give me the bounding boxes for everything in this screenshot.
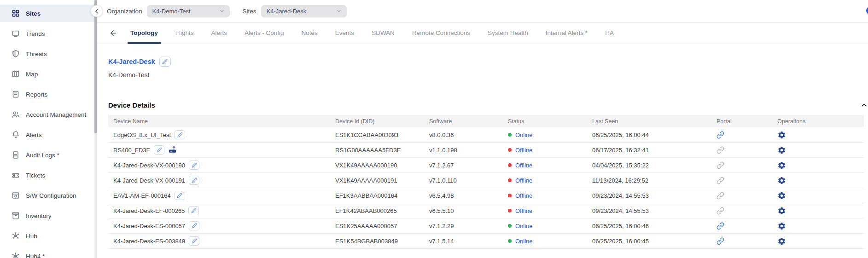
edit-device-name-button[interactable] [189,161,199,170]
status-label[interactable]: Offline [515,177,532,184]
sidebar-item-tickets[interactable]: Tickets [0,166,94,184]
device-name: EAV1-AM-EF-000164 [113,192,171,199]
device-software: v6.5.4.98 [429,192,508,199]
ticket-icon [12,171,20,179]
edit-device-name-button[interactable] [175,191,185,200]
device-name-cell: EAV1-AM-EF-000164 [113,191,335,200]
avatar[interactable] [866,7,868,14]
table-row: EAV1-AM-EF-000164 EF1K3AABBAA000164 v6.5… [108,188,864,203]
sidebar-item-map[interactable]: Map [0,65,94,83]
sidebar-item-audit-logs[interactable]: Audit Logs * [0,146,94,164]
status-label[interactable]: Offline [515,162,532,169]
operations-cell [777,131,864,139]
portal-link-icon[interactable] [717,237,724,245]
sidebar-item-sites[interactable]: Sites [0,5,94,22]
device-name-cell: K4-Jared-Desk-VX-000191 [113,176,335,185]
bell-icon [12,131,20,139]
tab-remote-connections[interactable]: Remote Connections [409,23,473,44]
report-icon [12,90,20,98]
operations-gear-icon[interactable] [777,237,786,246]
tab-alerts-config[interactable]: Alerts - Config [242,23,287,44]
status-dot [508,148,512,152]
organization-select[interactable]: K4-Demo-Test [147,5,230,17]
device-last-seen: 04/04/2025, 15:35:22 [592,162,717,169]
portal-link-icon[interactable] [717,146,724,154]
device-software: v6.5.5.10 [429,207,508,214]
sidebar-collapse-button[interactable] [91,5,103,17]
tab-topology[interactable]: Topology [128,23,161,44]
sites-select[interactable]: K4-Jared-Desk [261,5,347,17]
operations-gear-icon[interactable] [777,176,786,185]
sites-select-value: K4-Jared-Desk [267,8,307,15]
status-label[interactable]: Offline [515,147,532,154]
edit-site-name-button[interactable] [159,57,171,67]
status-label[interactable]: Offline [515,207,532,214]
page-title[interactable]: K4-Jared-Desk [108,58,155,65]
status-label[interactable]: Online [515,238,533,245]
sidebar-item-hub[interactable]: Hub [0,227,94,245]
sidebar-item-label: Trends [26,30,45,37]
operations-gear-icon[interactable] [777,191,786,200]
edit-device-name-button[interactable] [189,176,199,185]
device-name: K4-Jared-Desk-VX-000191 [113,177,185,184]
tab-flights[interactable]: Flights [173,23,197,44]
edit-device-name-button[interactable] [154,145,164,155]
sidebar-item-account-management[interactable]: Account Management [0,106,94,123]
main-area: Organization K4-Demo-Test Sites K4-Jared… [97,0,868,258]
device-name-cell: K4-Jared-Desk-EF-000265 [113,206,335,215]
tab-alerts[interactable]: Alerts [209,23,230,44]
sidebar-item-reports[interactable]: Reports [0,86,94,103]
sidebar-item-inventory[interactable]: Inventory [0,207,94,224]
tab-internal-alerts[interactable]: Internal Alerts * [543,23,591,44]
section-collapse-button[interactable] [860,101,868,109]
sidebar-item-s-w-configuration[interactable]: S/W Configuration [0,187,94,204]
column-header: Last Seen [592,118,717,125]
table-row: K4-Jared-Desk-EF-000265 EF1K42ABAAB00026… [108,203,864,218]
tab-ha[interactable]: HA [602,23,617,44]
operations-gear-icon[interactable] [777,131,786,139]
app-root: SitesTrendsThreatsMapReportsAccount Mana… [0,0,868,258]
operations-gear-icon[interactable] [777,146,786,155]
hub-icon [12,252,20,258]
edit-device-name-button[interactable] [189,236,199,246]
operations-gear-icon[interactable] [777,206,786,215]
sidebar-item-alerts[interactable]: Alerts [0,126,94,143]
edit-device-name-button[interactable] [189,221,199,230]
device-id: VX1K49AAAAA000191 [335,177,429,184]
sidebar-item-trends[interactable]: Trends [0,25,94,42]
status-label[interactable]: Offline [515,192,532,199]
status-label[interactable]: Online [515,132,533,138]
tab-sdwan[interactable]: SDWAN [369,23,397,44]
sidebar-item-hub4[interactable]: Hub4 * [0,247,94,258]
edit-device-name-button[interactable] [188,206,199,215]
back-button[interactable] [109,29,117,37]
window-gear-icon [12,191,20,200]
portal-link-icon[interactable] [717,131,724,139]
sidebar-item-label: Account Management [26,111,86,118]
sidebar: SitesTrendsThreatsMapReportsAccount Mana… [0,0,97,258]
sidebar-item-label: Tickets [26,172,45,179]
portal-link-icon[interactable] [717,192,724,200]
edit-device-name-button[interactable] [175,130,185,139]
tab-events[interactable]: Events [332,23,357,44]
portal-link-icon[interactable] [717,177,724,184]
sidebar-item-label: Reports [26,91,47,98]
sidebar-item-label: Hub [26,233,37,240]
sidebar-item-threats[interactable]: Threats [0,45,94,63]
device-id: RS1G00AAAAAA5FD3E [335,147,429,154]
device-last-seen: 09/23/2024, 14:55:53 [592,192,717,199]
tab-system-health[interactable]: System Health [485,23,531,44]
status-label[interactable]: Online [515,223,533,229]
tab-notes[interactable]: Notes [299,23,320,44]
portal-link-icon[interactable] [717,161,724,169]
device-status-cell: Online [508,132,592,138]
operations-cell [777,146,864,155]
operations-gear-icon[interactable] [777,161,786,170]
status-dot [508,224,512,228]
operations-gear-icon[interactable] [777,222,786,230]
portal-link-icon[interactable] [717,222,724,230]
page-content: K4-Jared-Desk K4-Demo-Test Device Detail… [97,57,868,249]
portal-link-icon[interactable] [717,207,724,215]
sidebar-nav: SitesTrendsThreatsMapReportsAccount Mana… [0,0,97,258]
device-name: K4-Jared-Desk-EF-000265 [113,207,185,214]
